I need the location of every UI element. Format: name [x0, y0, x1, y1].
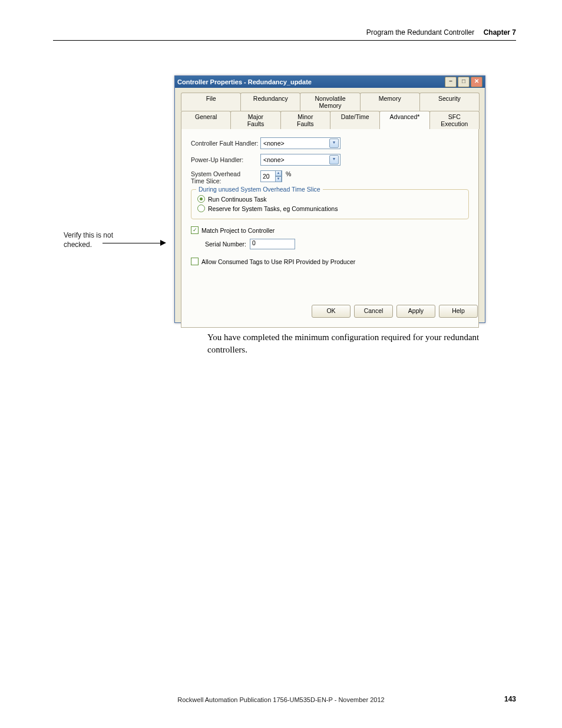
tab-sfc-execution[interactable]: SFC Execution	[429, 111, 480, 129]
tab-row-front: General Major Faults Minor Faults Date/T…	[181, 111, 479, 129]
checkbox-match-project[interactable]: ✓	[191, 226, 199, 234]
close-button[interactable]: ✕	[471, 77, 482, 87]
label-overhead-1: System Overhead	[191, 170, 240, 177]
radio-row-reserve[interactable]: Reserve for System Tasks, eg Communicati…	[197, 205, 462, 212]
dialog-title: Controller Properties - Redundancy_updat…	[177, 78, 312, 85]
tab-redundancy[interactable]: Redundancy	[240, 93, 300, 111]
radio-reserve-system-label: Reserve for System Tasks, eg Communicati…	[208, 205, 338, 212]
callout-arrow-head	[160, 240, 166, 246]
label-overhead-2: Time Slice:	[191, 177, 222, 185]
percent-label: %	[286, 170, 291, 177]
tab-row-back: File Redundancy Nonvolatile Memory Memor…	[181, 93, 479, 111]
spinner-arrows[interactable]: ▲ ▼	[275, 170, 282, 182]
fieldset-overhead-slice: During unused System Overhead Time Slice…	[191, 189, 469, 219]
combo-fault-handler[interactable]: <none> ▾	[260, 137, 340, 149]
radio-run-continuous-label: Run Continuous Task	[208, 196, 267, 203]
checkbox-match-project-label: Match Project to Controller	[201, 227, 275, 234]
dialog-titlebar: Controller Properties - Redundancy_updat…	[175, 76, 485, 88]
minimize-button[interactable]: –	[445, 77, 457, 87]
tab-panel-advanced: Controller Fault Handler: <none> ▾ Power…	[181, 129, 479, 328]
label-serial-number: Serial Number:	[205, 241, 246, 248]
row-power-up: Power-Up Handler: <none> ▾	[191, 154, 469, 166]
tabs-area: File Redundancy Nonvolatile Memory Memor…	[181, 93, 479, 328]
row-serial-number: Serial Number: 0	[205, 239, 469, 249]
page-number: 143	[504, 695, 516, 703]
cancel-button[interactable]: Cancel	[354, 305, 393, 318]
label-overhead: System Overhead Time Slice:	[191, 170, 260, 185]
combo-power-up[interactable]: <none> ▾	[260, 154, 340, 166]
row-overhead: System Overhead Time Slice: 20 ▲ ▼ %	[191, 170, 469, 185]
spinner-overhead[interactable]: 20 ▲ ▼	[260, 170, 282, 182]
label-fault-handler: Controller Fault Handler:	[191, 140, 260, 147]
controller-properties-dialog: Controller Properties - Redundancy_updat…	[174, 75, 485, 323]
tab-major-faults[interactable]: Major Faults	[230, 111, 280, 129]
body-paragraph: You have completed the minimum configura…	[207, 331, 503, 356]
apply-button[interactable]: Apply	[396, 305, 435, 318]
spinner-overhead-value: 20	[263, 173, 270, 180]
row-allow-consumed[interactable]: Allow Consumed Tags to Use RPI Provided …	[191, 258, 469, 265]
checkbox-allow-consumed[interactable]	[191, 258, 199, 265]
callout-arrow-line	[103, 243, 161, 243]
row-match-project[interactable]: ✓ Match Project to Controller	[191, 226, 469, 234]
spinner-up-icon[interactable]: ▲	[275, 170, 282, 176]
tab-general[interactable]: General	[181, 111, 231, 129]
callout-text: Verify this is not checked.	[64, 231, 113, 249]
spinner-down-icon[interactable]: ▼	[275, 176, 282, 182]
tab-security[interactable]: Security	[419, 93, 480, 111]
header-title: Program the Redundant Controller	[366, 28, 474, 37]
row-fault-handler: Controller Fault Handler: <none> ▾	[191, 137, 469, 149]
combo-power-up-value: <none>	[263, 156, 285, 163]
combo-fault-handler-value: <none>	[263, 140, 285, 147]
fieldset-legend: During unused System Overhead Time Slice	[196, 186, 323, 193]
footer-text: Rockwell Automation Publication 1756-UM5…	[0, 696, 562, 703]
label-power-up: Power-Up Handler:	[191, 156, 260, 163]
tab-file[interactable]: File	[181, 93, 241, 111]
checkbox-allow-consumed-label: Allow Consumed Tags to Use RPI Provided …	[201, 258, 355, 265]
help-button[interactable]: Help	[439, 305, 478, 318]
dialog-button-bar: OK Cancel Apply Help	[312, 305, 478, 318]
chevron-down-icon: ▾	[329, 139, 339, 148]
window-controls: – □ ✕	[445, 77, 482, 87]
callout-line2: checked.	[64, 241, 92, 249]
radio-row-continuous[interactable]: Run Continuous Task	[197, 195, 462, 203]
tab-advanced[interactable]: Advanced*	[379, 111, 429, 129]
page-header: Program the Redundant Controller Chapter…	[53, 28, 516, 41]
ok-button[interactable]: OK	[312, 305, 351, 318]
chevron-down-icon: ▾	[329, 155, 339, 164]
callout-line1: Verify this is not	[64, 231, 113, 239]
tab-nonvolatile-memory[interactable]: Nonvolatile Memory	[300, 93, 360, 111]
tab-memory[interactable]: Memory	[360, 93, 420, 111]
input-serial-number[interactable]: 0	[250, 239, 295, 249]
tab-minor-faults[interactable]: Minor Faults	[280, 111, 330, 129]
radio-run-continuous[interactable]	[197, 195, 205, 203]
tab-date-time[interactable]: Date/Time	[330, 111, 380, 129]
radio-reserve-system[interactable]	[197, 205, 205, 212]
header-chapter: Chapter 7	[484, 28, 516, 37]
maximize-button[interactable]: □	[458, 77, 470, 87]
